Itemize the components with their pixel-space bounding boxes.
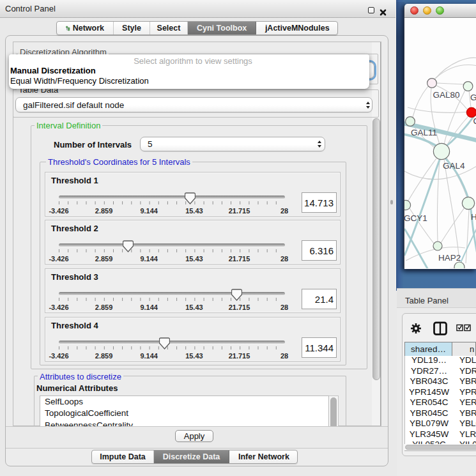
svg-text:GAL4: GAL4 <box>443 161 465 171</box>
svg-text:CD: CD <box>473 116 476 126</box>
svg-text:GAL11: GAL11 <box>411 128 437 137</box>
svg-text:GAL80: GAL80 <box>433 90 460 100</box>
svg-text:HAP2: HAP2 <box>438 253 461 263</box>
svg-text:GCY1: GCY1 <box>404 213 427 223</box>
svg-text:GAL7: GAL7 <box>470 93 476 102</box>
svg-text:HI: HI <box>471 212 476 222</box>
